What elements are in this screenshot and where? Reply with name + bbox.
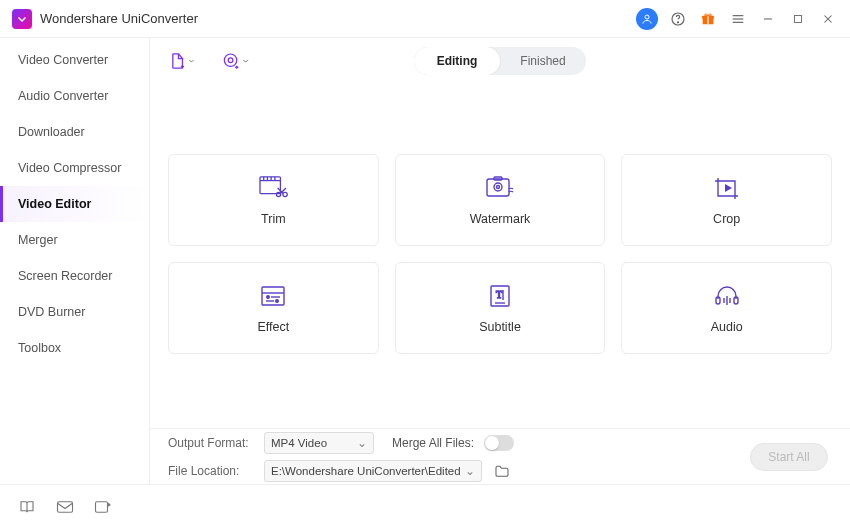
tool-grid: Trim Watermark Crop: [168, 154, 832, 354]
svg-point-14: [228, 58, 233, 63]
tool-trim[interactable]: Trim: [168, 154, 379, 246]
chevron-down-icon: ⌄: [465, 464, 475, 478]
main: Video Converter Audio Converter Download…: [0, 38, 850, 484]
footer: Output Format: MP4 Video ⌄ Merge All Fil…: [150, 428, 850, 484]
effect-icon: [260, 282, 286, 310]
subtitle-icon: T: [487, 282, 513, 310]
minimize-button[interactable]: [758, 9, 778, 29]
chevron-down-icon: ⌄: [357, 436, 367, 450]
tool-grid-wrap: Trim Watermark Crop: [150, 84, 850, 428]
svg-point-32: [267, 296, 270, 299]
sidebar-item-dvd-burner[interactable]: DVD Burner: [0, 294, 149, 330]
tool-label: Audio: [711, 320, 743, 334]
app-logo: [12, 9, 32, 29]
tool-crop[interactable]: Crop: [621, 154, 832, 246]
svg-rect-15: [260, 177, 280, 194]
transfer-icon[interactable]: [94, 499, 112, 515]
file-location-label: File Location:: [168, 464, 254, 478]
app-title: Wondershare UniConverter: [40, 11, 636, 26]
svg-rect-5: [707, 15, 708, 24]
svg-rect-30: [262, 287, 284, 305]
tool-label: Crop: [713, 212, 740, 226]
tool-label: Watermark: [470, 212, 531, 226]
svg-point-26: [494, 183, 502, 191]
toolbar: Editing Finished: [150, 38, 850, 84]
tool-audio[interactable]: Audio: [621, 262, 832, 354]
sidebar-item-merger[interactable]: Merger: [0, 222, 149, 258]
sidebar-item-toolbox[interactable]: Toolbox: [0, 330, 149, 366]
browse-folder-button[interactable]: [492, 461, 512, 481]
trim-icon: [258, 174, 288, 202]
tool-label: Subtitle: [479, 320, 521, 334]
tool-label: Effect: [257, 320, 289, 334]
svg-point-2: [677, 21, 678, 22]
tab-editing[interactable]: Editing: [414, 47, 500, 75]
merge-toggle[interactable]: [484, 435, 514, 451]
window-controls: [636, 8, 838, 30]
sidebar: Video Converter Audio Converter Download…: [0, 38, 150, 484]
svg-marker-29: [725, 184, 732, 192]
tool-label: Trim: [261, 212, 286, 226]
crop-icon: [713, 174, 741, 202]
svg-rect-10: [795, 15, 802, 22]
titlebar: Wondershare UniConverter: [0, 0, 850, 38]
audio-icon: [712, 282, 742, 310]
sidebar-item-video-converter[interactable]: Video Converter: [0, 42, 149, 78]
svg-rect-25: [487, 179, 509, 196]
output-format-select[interactable]: MP4 Video ⌄: [264, 432, 374, 454]
svg-point-13: [224, 54, 236, 66]
account-button[interactable]: [636, 8, 658, 30]
file-location-select[interactable]: E:\Wondershare UniConverter\Edited ⌄: [264, 460, 482, 482]
sidebar-item-screen-recorder[interactable]: Screen Recorder: [0, 258, 149, 294]
merge-label: Merge All Files:: [392, 436, 474, 450]
svg-point-27: [496, 186, 499, 189]
close-button[interactable]: [818, 9, 838, 29]
sidebar-item-video-compressor[interactable]: Video Compressor: [0, 150, 149, 186]
output-format-value: MP4 Video: [271, 437, 327, 449]
svg-rect-45: [58, 501, 73, 512]
gift-button[interactable]: [698, 9, 718, 29]
sidebar-item-video-editor[interactable]: Video Editor: [0, 186, 149, 222]
start-all-button[interactable]: Start All: [750, 443, 828, 471]
svg-point-22: [283, 192, 287, 196]
tutorial-icon[interactable]: [18, 499, 36, 515]
bottombar: [0, 484, 850, 528]
sidebar-item-downloader[interactable]: Downloader: [0, 114, 149, 150]
menu-button[interactable]: [728, 9, 748, 29]
watermark-icon: [485, 174, 515, 202]
svg-text:T: T: [496, 289, 502, 300]
maximize-button[interactable]: [788, 9, 808, 29]
tool-subtitle[interactable]: T Subtitle: [395, 262, 606, 354]
add-target-button[interactable]: [222, 47, 250, 75]
svg-point-0: [645, 15, 649, 19]
tool-watermark[interactable]: Watermark: [395, 154, 606, 246]
content: Editing Finished Trim Watermark: [150, 38, 850, 484]
svg-point-21: [277, 192, 281, 196]
svg-point-34: [276, 300, 279, 303]
output-format-label: Output Format:: [168, 436, 254, 450]
feedback-icon[interactable]: [56, 500, 74, 514]
sidebar-item-audio-converter[interactable]: Audio Converter: [0, 78, 149, 114]
tab-finished[interactable]: Finished: [500, 47, 586, 75]
tool-effect[interactable]: Effect: [168, 262, 379, 354]
tab-segment: Editing Finished: [414, 47, 586, 75]
file-location-value: E:\Wondershare UniConverter\Edited: [271, 465, 461, 477]
add-file-button[interactable]: [168, 47, 196, 75]
help-button[interactable]: [668, 9, 688, 29]
svg-rect-46: [96, 501, 108, 512]
